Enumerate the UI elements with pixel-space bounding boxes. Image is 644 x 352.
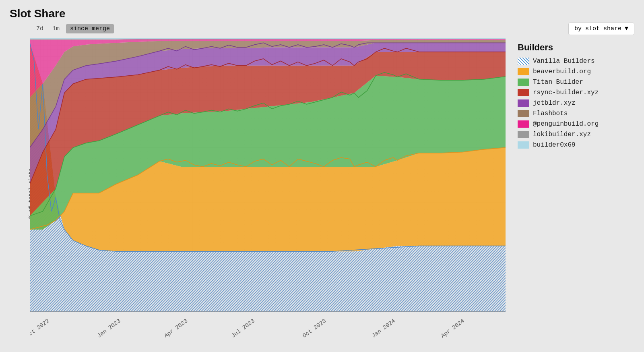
svg-text:Jan 2024: Jan 2024 <box>371 317 396 339</box>
legend-label-penguin: @penguinbuild.org <box>533 120 599 128</box>
legend-item-beaverbuild: beaverbuild.org <box>518 68 634 75</box>
legend-title: Builders <box>518 42 634 53</box>
legend-label-loki: lokibuilder.xyz <box>533 131 591 138</box>
legend-label-beaverbuild: beaverbuild.org <box>533 68 591 75</box>
legend-label-jetbldr: jetbldr.xyz <box>533 99 576 107</box>
legend-color-penguin <box>518 120 529 128</box>
filter-1m[interactable]: 1m <box>50 24 62 33</box>
svg-text:Oct 2022: Oct 2022 <box>30 317 50 339</box>
legend-item-penguin: @penguinbuild.org <box>518 120 634 128</box>
legend-item-rsync: rsync-builder.xyz <box>518 89 634 96</box>
legend-item-builder0x69: builder0x69 <box>518 141 634 149</box>
legend-area: Builders Vanilla Builders beaverbuild.or… <box>506 38 634 348</box>
legend-label-vanilla: Vanilla Builders <box>533 58 595 65</box>
legend-color-loki <box>518 131 529 138</box>
chart-area: % of total slots 0 20 <box>10 38 506 348</box>
legend-label-rsync: rsync-builder.xyz <box>533 89 599 96</box>
legend-color-flashbots <box>518 110 529 117</box>
legend-color-vanilla <box>518 58 529 65</box>
sort-dropdown[interactable]: by slot share ▼ <box>568 23 634 35</box>
legend-label-titan: Titan Builder <box>533 79 583 86</box>
legend-item-flashbots: Flashbots <box>518 110 634 117</box>
legend-label-flashbots: Flashbots <box>533 110 568 117</box>
legend-label-builder0x69: builder0x69 <box>533 141 576 149</box>
svg-text:Jan 2023: Jan 2023 <box>96 317 122 339</box>
legend-item-titan: Titan Builder <box>518 79 634 86</box>
sort-label: by slot share <box>574 25 621 32</box>
chart-container: 0 20 40 60 80 100 Oct 2022 Jan 2023 Apr … <box>30 38 506 348</box>
svg-text:Apr 2023: Apr 2023 <box>163 317 189 339</box>
dropdown-arrow: ▼ <box>625 25 628 32</box>
legend-color-beaverbuild <box>518 68 529 75</box>
svg-text:Jul 2023: Jul 2023 <box>230 317 256 339</box>
chart-svg: 0 20 40 60 80 100 Oct 2022 Jan 2023 Apr … <box>30 38 506 348</box>
legend-color-builder0x69 <box>518 141 529 149</box>
filter-7d[interactable]: 7d <box>34 24 46 33</box>
legend-item-jetbldr: jetbldr.xyz <box>518 99 634 107</box>
legend-item-vanilla: Vanilla Builders <box>518 58 634 65</box>
svg-text:Oct 2023: Oct 2023 <box>301 317 327 339</box>
legend-item-loki: lokibuilder.xyz <box>518 131 634 138</box>
filter-since-merge[interactable]: since merge <box>66 24 114 33</box>
legend-color-titan <box>518 79 529 86</box>
svg-text:Apr 2024: Apr 2024 <box>440 317 466 339</box>
page-title: Slot Share <box>10 7 634 20</box>
time-filter-group: 7d 1m since merge <box>34 24 114 33</box>
area-builder0x69 <box>30 38 506 39</box>
legend-color-rsync <box>518 89 529 96</box>
legend-color-jetbldr <box>518 99 529 107</box>
